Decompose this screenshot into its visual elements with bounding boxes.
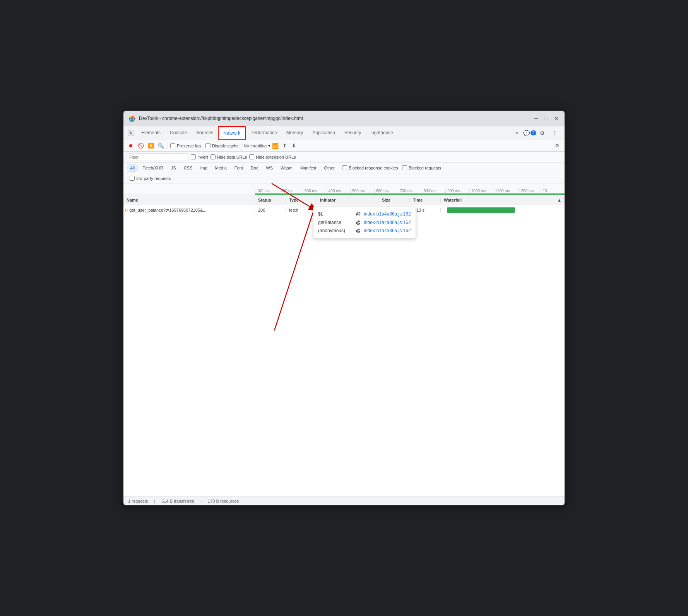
type-filter-wasm[interactable]: Wasm <box>277 164 296 172</box>
blocked-cookies-label[interactable]: Blocked response cookies <box>342 165 398 170</box>
throttle-dropdown-icon[interactable]: ▾ <box>268 143 270 148</box>
separator-1 <box>168 143 168 149</box>
tab-security[interactable]: Security <box>340 126 366 140</box>
tooltip-func-2: getBalance <box>318 219 353 227</box>
hide-extension-urls-checkbox[interactable] <box>249 154 254 159</box>
cell-name: {} get_user_balance?t=1697696072105&... <box>123 208 255 212</box>
type-filter-js[interactable]: JS <box>168 164 180 172</box>
tooltip-row-3: (anonymous) @ index-b1a4a86a.js:162 <box>318 227 411 235</box>
tab-sources[interactable]: Sources <box>192 126 218 140</box>
col-header-name: Name <box>123 198 255 202</box>
type-filter-doc[interactable]: Doc <box>247 164 262 172</box>
filter-input[interactable] <box>127 153 188 161</box>
blocked-requests-label[interactable]: Blocked requests <box>402 165 441 170</box>
blocked-requests-checkbox[interactable] <box>402 165 407 170</box>
hide-data-urls-label[interactable]: Hide data URLs <box>211 154 247 159</box>
separator-status-2: | <box>200 499 202 503</box>
network-condition-icon[interactable]: 📶 <box>272 143 279 149</box>
col-header-size: Size <box>379 198 410 202</box>
type-filter-fetch[interactable]: Fetch/XHR <box>139 164 167 172</box>
requests-count: 1 requests <box>128 499 148 503</box>
table-area: 100 ms 200 ms 300 ms 400 ms 500 ms 600 m… <box>123 183 565 496</box>
type-filter-font[interactable]: Font <box>231 164 246 172</box>
title-bar-controls: ─ □ ✕ <box>533 115 560 122</box>
col-header-type: Type <box>286 198 317 202</box>
blocked-cookies-checkbox[interactable] <box>342 165 347 170</box>
cursor-icon[interactable] <box>125 126 137 140</box>
record-button[interactable]: ⏺ <box>127 142 135 150</box>
tooltip-sep-3: @ <box>356 227 361 235</box>
waterfall-bar <box>447 207 515 213</box>
col-header-initiator: Initiator <box>317 198 379 202</box>
settings-icon[interactable]: ⚙ <box>537 128 548 139</box>
timeline-green-line <box>255 193 565 195</box>
tooltip-sep-2: @ <box>356 219 361 227</box>
table-header: Name Status Type Initiator Size Time <box>123 195 565 205</box>
tooltip-func-1: $L <box>318 210 353 219</box>
more-options-icon[interactable]: ⋮ <box>549 128 560 139</box>
third-party-row: 3rd-party requests <box>123 173 565 183</box>
type-filter-css[interactable]: CSS <box>180 164 196 172</box>
svg-point-1 <box>130 117 133 120</box>
tab-application[interactable]: Application <box>308 126 340 140</box>
type-filter-ws[interactable]: WS <box>262 164 276 172</box>
third-party-label[interactable]: 3rd-party requests <box>130 176 171 181</box>
cell-type: fetch <box>286 208 317 212</box>
devtools-tab-bar: Elements Console Sources Network Perform… <box>123 126 565 140</box>
tab-console[interactable]: Console <box>165 126 192 140</box>
invert-checkbox[interactable] <box>191 154 196 159</box>
preserve-log-label[interactable]: Preserve log <box>170 143 201 148</box>
third-party-checkbox[interactable] <box>130 176 135 181</box>
import-export-group: ⬆ ⬇ <box>280 142 298 150</box>
tab-overflow[interactable]: » <box>511 126 523 140</box>
invert-label[interactable]: Invert <box>191 154 208 159</box>
close-button[interactable]: ✕ <box>553 115 560 122</box>
minimize-button[interactable]: ─ <box>533 115 540 122</box>
resources-size: 170 B resources <box>208 499 239 503</box>
filter-icon-btn[interactable]: 🔽 <box>147 142 155 150</box>
type-filter-other[interactable]: Other <box>320 164 338 172</box>
status-bar: 1 requests | 514 B transferred | 170 B r… <box>123 496 565 505</box>
separator-status-1: | <box>154 499 155 503</box>
type-filter-manifest[interactable]: Manifest <box>297 164 320 172</box>
tooltip-link-1[interactable]: index-b1a4a86a.js:162 <box>364 210 411 219</box>
search-button[interactable]: 🔍 <box>157 142 165 150</box>
separator-2 <box>241 143 241 149</box>
transferred-size: 514 B transferred <box>161 499 194 503</box>
maximize-button[interactable]: □ <box>543 115 550 122</box>
feedback-icon[interactable]: 💬2 <box>524 128 535 139</box>
tab-network[interactable]: Network <box>218 126 246 140</box>
disable-cache-label[interactable]: Disable cache <box>205 143 239 148</box>
type-filter-all[interactable]: All <box>127 164 138 172</box>
export-button[interactable]: ⬇ <box>289 142 298 150</box>
inspect-cursor-icon <box>128 130 134 136</box>
type-filter-img[interactable]: Img <box>197 164 211 172</box>
type-filter-bar: All Fetch/XHR JS CSS Img Media Font Doc <box>123 163 565 173</box>
tab-lighthouse[interactable]: Lighthouse <box>366 126 398 140</box>
tooltip-func-3: (anonymous) <box>318 227 353 235</box>
tab-icon-group: » 💬2 ⚙ ⋮ <box>511 126 563 140</box>
tooltip-link-3[interactable]: index-b1a4a86a.js:162 <box>364 227 411 235</box>
col-header-time: Time <box>410 198 441 202</box>
hide-data-urls-checkbox[interactable] <box>211 154 216 159</box>
preserve-log-checkbox[interactable] <box>170 143 175 148</box>
tooltip-sep-1: @ <box>356 210 361 219</box>
hide-extension-urls-label[interactable]: Hide extension URLs <box>249 154 296 159</box>
title-bar: DevTools - chrome-extension://kkphlbqphi… <box>123 111 565 126</box>
throttle-label: No throttling <box>244 144 267 148</box>
filter-row: Invert Hide data URLs Hide extension URL… <box>123 152 565 163</box>
clear-button[interactable]: 🚫 <box>137 142 145 150</box>
network-toolbar: ⏺ 🚫 🔽 🔍 Preserve log Disable cache No th… <box>123 140 565 152</box>
tab-elements[interactable]: Elements <box>137 126 165 140</box>
disable-cache-checkbox[interactable] <box>205 143 211 148</box>
tooltip-row-1: $L @ index-b1a4a86a.js:162 <box>318 210 411 219</box>
tab-performance[interactable]: Performance <box>246 126 282 140</box>
waterfall-sort-icon[interactable]: ▲ <box>557 198 561 202</box>
settings-button[interactable]: ⚙ <box>553 142 561 150</box>
type-filter-media[interactable]: Media <box>212 164 230 172</box>
tab-memory[interactable]: Memory <box>282 126 308 140</box>
devtools-body: Elements Console Sources Network Perform… <box>123 126 565 505</box>
col-header-status: Status <box>255 198 286 202</box>
import-button[interactable]: ⬆ <box>280 142 289 150</box>
tooltip-link-2[interactable]: index-b1a4a86a.js:162 <box>364 219 411 227</box>
